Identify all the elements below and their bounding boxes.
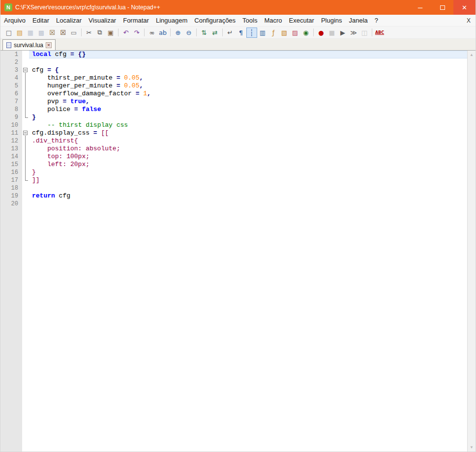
paste-icon[interactable]: ▣ — [105, 28, 116, 38]
copy-icon[interactable]: ⧉ — [94, 28, 105, 38]
open-file-icon[interactable]: ▤ — [14, 28, 25, 38]
code-line-18[interactable]: 18 — [0, 184, 467, 192]
sync-horizontal-icon[interactable]: ⇄ — [209, 28, 220, 38]
zoom-out-icon[interactable]: ⊖ — [183, 28, 194, 38]
tab-survival-lua[interactable]: survival.lua ✕ — [2, 39, 56, 50]
code-line-5[interactable]: 5 hunger_per_minute = 0.05, — [0, 82, 467, 90]
scroll-up-icon[interactable]: ▲ — [470, 51, 474, 59]
print-icon[interactable]: ▭ — [68, 28, 79, 38]
toolbar-separator — [222, 28, 223, 36]
view-in-browser-icon[interactable]: ▨ — [290, 28, 300, 38]
code-text: } — [29, 113, 467, 121]
code-line-16[interactable]: 16} — [0, 169, 467, 176]
save-macro-icon[interactable]: ◫ — [359, 28, 370, 38]
menu-item-formatar[interactable]: Formatar — [119, 15, 152, 26]
tab-label: survival.lua — [14, 42, 43, 49]
fold-margin — [22, 161, 29, 169]
undo-icon[interactable]: ↶ — [120, 28, 131, 38]
code-editor[interactable]: 1local cfg = {}23cfg = {4 thirst_per_min… — [0, 51, 467, 452]
code-text: .div_thirst{ — [29, 137, 467, 145]
indent-guide-icon[interactable]: ┆ — [246, 28, 257, 38]
code-line-1[interactable]: 1local cfg = {} — [0, 51, 467, 58]
fold-collapse-icon[interactable] — [22, 129, 29, 137]
replace-icon[interactable]: ab — [157, 28, 168, 38]
scroll-down-icon[interactable]: ▼ — [470, 443, 474, 452]
monitoring-eye-icon[interactable]: ◉ — [300, 28, 311, 38]
code-line-20[interactable]: 20 — [0, 200, 467, 208]
sync-vertical-icon[interactable]: ⇅ — [199, 28, 209, 38]
code-line-9[interactable]: 9} — [0, 113, 467, 121]
word-wrap-icon[interactable]: ↵ — [225, 28, 236, 38]
vertical-scrollbar[interactable]: ▲ ▼ — [467, 51, 476, 452]
function-list-icon[interactable]: ƒ — [268, 28, 279, 38]
code-line-4[interactable]: 4 thirst_per_minute = 0.05, — [0, 74, 467, 82]
code-line-11[interactable]: 11cfg.display_css = [[ — [0, 129, 467, 137]
code-line-10[interactable]: 10 -- thirst display css — [0, 121, 467, 129]
code-line-7[interactable]: 7 pvp = true, — [0, 98, 467, 106]
menu-close-document-button[interactable]: X — [462, 17, 476, 24]
record-macro-icon[interactable]: ● — [316, 28, 327, 38]
line-number: 18 — [0, 184, 22, 192]
save-all-icon[interactable]: ▩ — [36, 28, 47, 38]
menu-item-linguagem[interactable]: Linguagem — [152, 15, 191, 26]
line-number: 13 — [0, 145, 22, 153]
close-all-icon[interactable]: ☒ — [58, 28, 68, 38]
tab-close-icon[interactable]: ✕ — [46, 42, 52, 48]
maximize-icon — [440, 5, 445, 10]
line-number: 7 — [0, 98, 22, 106]
menu-item-arquivo[interactable]: Arquivo — [0, 15, 29, 26]
play-macro-icon[interactable]: ▶ — [337, 28, 348, 38]
fold-margin — [22, 200, 29, 208]
menu-item-configuraes[interactable]: Configurações — [191, 15, 239, 26]
show-all-characters-icon[interactable]: ¶ — [236, 28, 246, 38]
menu-item-visualizar[interactable]: Visualizar — [85, 15, 119, 26]
line-number: 3 — [0, 66, 22, 74]
line-number: 14 — [0, 153, 22, 161]
title-bar: N C:\FXServer\resources\vrp\cfg\survival… — [0, 0, 476, 15]
menu-item-janela[interactable]: Janela — [346, 15, 371, 26]
fold-margin — [22, 90, 29, 98]
menu-item-tools[interactable]: Tools — [239, 15, 261, 26]
menu-item-executar[interactable]: Executar — [286, 15, 318, 26]
fold-margin — [22, 145, 29, 153]
run-macro-multiple-icon[interactable]: ≫ — [348, 28, 359, 38]
code-line-13[interactable]: 13 position: absolute; — [0, 145, 467, 153]
line-number: 12 — [0, 137, 22, 145]
folder-as-workspace-icon[interactable]: ▧ — [279, 28, 290, 38]
find-icon[interactable]: ∞ — [147, 28, 157, 38]
code-line-14[interactable]: 14 top: 100px; — [0, 153, 467, 161]
code-line-6[interactable]: 6 overflow_damage_factor = 1, — [0, 90, 467, 98]
minimize-button[interactable]: ─ — [409, 0, 431, 15]
menu-item-localizar[interactable]: Localizar — [53, 15, 85, 26]
spell-check-icon[interactable]: ABC — [374, 28, 385, 38]
stop-macro-icon[interactable]: ■ — [327, 28, 337, 38]
cut-icon[interactable]: ✂ — [84, 28, 94, 38]
menu-item-editar[interactable]: Editar — [29, 15, 53, 26]
fold-margin — [22, 121, 29, 129]
code-line-17[interactable]: 17]] — [0, 176, 467, 184]
line-number: 10 — [0, 121, 22, 129]
redo-icon[interactable]: ↷ — [131, 28, 142, 38]
notepadpp-icon: N — [4, 3, 12, 11]
toolbar-separator — [81, 28, 82, 36]
new-file-icon[interactable]: □ — [3, 28, 14, 38]
code-line-8[interactable]: 8 police = false — [0, 106, 467, 113]
fold-collapse-icon[interactable] — [22, 66, 29, 74]
menu-item-macro[interactable]: Macro — [261, 15, 285, 26]
code-line-12[interactable]: 12.div_thirst{ — [0, 137, 467, 145]
save-icon[interactable]: ▦ — [25, 28, 36, 38]
fold-margin — [22, 82, 29, 90]
code-line-2[interactable]: 2 — [0, 58, 467, 66]
fold-margin — [22, 98, 29, 106]
menu-item-help[interactable]: ? — [371, 15, 382, 26]
fold-margin — [22, 192, 29, 200]
code-line-19[interactable]: 19return cfg — [0, 192, 467, 200]
zoom-in-icon[interactable]: ⊕ — [173, 28, 183, 38]
document-map-icon[interactable]: ▥ — [257, 28, 268, 38]
menu-item-plugins[interactable]: Plugins — [318, 15, 346, 26]
code-line-15[interactable]: 15 left: 20px; — [0, 161, 467, 169]
close-button[interactable]: ✕ — [453, 0, 476, 15]
code-line-3[interactable]: 3cfg = { — [0, 66, 467, 74]
maximize-button[interactable] — [431, 0, 453, 15]
close-icon[interactable]: ☒ — [47, 28, 58, 38]
